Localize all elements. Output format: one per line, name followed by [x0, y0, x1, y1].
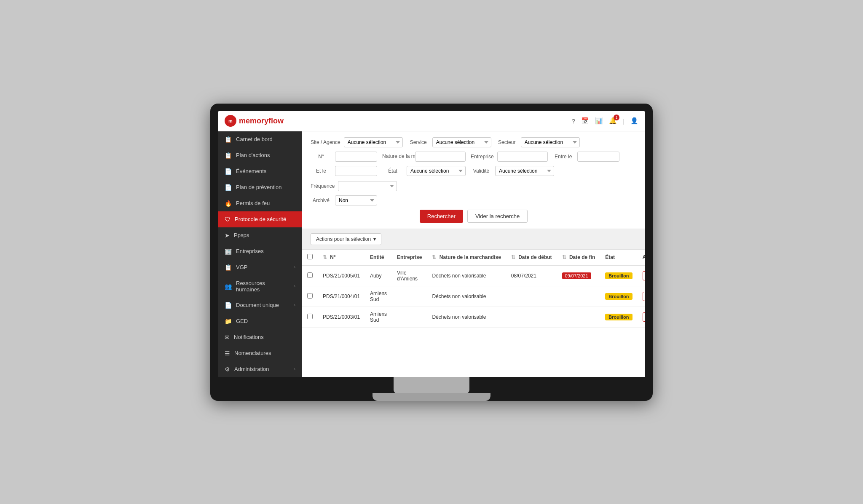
- entre-le-input[interactable]: [577, 152, 619, 162]
- sidebar-item-plan-actions[interactable]: 📋 Plan d'actions: [218, 147, 302, 163]
- et-le-input[interactable]: [335, 166, 377, 176]
- cell-entite: Auby: [365, 265, 392, 286]
- chevron-right-icon: ›: [294, 367, 295, 371]
- search-button[interactable]: Rechercher: [420, 210, 463, 223]
- calendar-icon[interactable]: 📅: [581, 117, 589, 125]
- etat-badge: Brouillon: [605, 314, 632, 320]
- sort-icon-n: ⇅: [323, 254, 327, 260]
- sidebar-item-plan-prevention[interactable]: 📄 Plan de prévention: [218, 179, 302, 195]
- sidebar-item-label: Ppsps: [234, 232, 249, 238]
- nature-input[interactable]: [415, 152, 466, 162]
- row-action-button[interactable]: ••• ▾: [643, 292, 645, 301]
- logo: m memoryflow: [225, 115, 284, 127]
- archive-select[interactable]: Non Oui Tous: [335, 195, 377, 205]
- cell-date-fin: [557, 307, 600, 327]
- date-fin-badge: 09/07/2021: [562, 272, 591, 279]
- sidebar-item-document[interactable]: 📄 Document unique ›: [218, 297, 302, 313]
- chart-icon[interactable]: 📊: [595, 117, 603, 125]
- sidebar-item-notifications[interactable]: ✉ Notifications: [218, 329, 302, 345]
- table-body: PDS/21/0005/01 Auby Ville d'Amiens Déche…: [302, 265, 645, 328]
- data-table-wrap: ⇅ N° Entité Entreprise ⇅: [302, 250, 645, 377]
- evenements-icon: 📄: [225, 168, 232, 175]
- sidebar-item-nomenclatures[interactable]: ☰ Nomenclatures: [218, 345, 302, 361]
- row-checkbox-cell[interactable]: [302, 286, 318, 307]
- secteur-select[interactable]: Aucune sélection: [521, 137, 580, 147]
- service-select[interactable]: Aucune sélection: [432, 137, 491, 147]
- cell-entite: Amiens Sud: [365, 307, 392, 327]
- search-row: Rechercher Vider la recherche: [311, 210, 637, 223]
- vgp-icon: 📋: [225, 264, 232, 271]
- cell-entite: Amiens Sud: [365, 286, 392, 307]
- col-date-fin[interactable]: ⇅ Date de fin: [557, 250, 600, 265]
- select-all-checkbox[interactable]: [307, 254, 313, 259]
- rh-icon: 👥: [225, 283, 232, 290]
- site-agence-select[interactable]: Aucune sélection: [344, 137, 403, 147]
- col-entite: Entité: [365, 250, 392, 265]
- row-checkbox-cell[interactable]: [302, 265, 318, 286]
- dropdown-icon: ▾: [373, 236, 376, 242]
- sidebar-item-vgp[interactable]: 📋 VGP ›: [218, 259, 302, 275]
- row-action-button[interactable]: ••• ▾: [643, 271, 645, 280]
- col-nature[interactable]: ⇅ Nature de la marchandise: [427, 250, 506, 265]
- archive-label: Archivé: [311, 197, 332, 203]
- sidebar-item-administration[interactable]: ⚙ Administration ›: [218, 361, 302, 377]
- row-checkbox[interactable]: [307, 272, 313, 278]
- cell-entreprise: [392, 286, 427, 307]
- sort-icon-debut: ⇅: [511, 254, 515, 260]
- sidebar-item-protocole[interactable]: 🛡 Protocole de sécurité: [218, 211, 302, 227]
- sidebar-item-rh[interactable]: 👥 Ressources humaines ›: [218, 275, 302, 297]
- sidebar-item-carnet[interactable]: 📋 Carnet de bord: [218, 131, 302, 147]
- sidebar-item-ged[interactable]: 📁 GED: [218, 313, 302, 329]
- row-checkbox-cell[interactable]: [302, 307, 318, 327]
- cell-entreprise: [392, 307, 427, 327]
- select-all-col[interactable]: [302, 250, 318, 265]
- sidebar-item-permis-feu[interactable]: 🔥 Permis de feu: [218, 195, 302, 211]
- cell-date-fin: [557, 286, 600, 307]
- data-table: ⇅ N° Entité Entreprise ⇅: [302, 250, 645, 328]
- sidebar-item-label: Document unique: [236, 302, 279, 308]
- frequence-group: Fréquence: [311, 181, 397, 191]
- sidebar-item-ppsps[interactable]: ➤ Ppsps: [218, 227, 302, 243]
- etat-select[interactable]: Aucune sélection: [407, 166, 466, 176]
- et-le-group: Et le: [311, 166, 377, 176]
- sidebar-item-label: Entreprises: [236, 248, 264, 254]
- clear-button[interactable]: Vider la recherche: [467, 210, 528, 223]
- col-etat: État: [600, 250, 637, 265]
- entreprise-input[interactable]: [497, 152, 548, 162]
- col-n[interactable]: ⇅ N°: [318, 250, 365, 265]
- actions-selection-button[interactable]: Actions pour la sélection ▾: [311, 233, 381, 245]
- cell-action[interactable]: ••• ▾: [638, 307, 645, 327]
- validite-label: Validité: [471, 168, 492, 174]
- row-action-button[interactable]: ••• ▾: [643, 312, 645, 322]
- cell-action[interactable]: ••• ▾: [638, 286, 645, 307]
- sidebar-item-evenements[interactable]: 📄 Événements: [218, 163, 302, 179]
- sidebar-item-label: Carnet de bord: [236, 136, 273, 142]
- cell-action[interactable]: ••• ▾: [638, 265, 645, 286]
- cell-n: PDS/21/0004/01: [318, 286, 365, 307]
- filter-row-2: N° Nature de la marchandise Entreprise: [311, 152, 637, 162]
- topbar-icons: ? 📅 📊 🔔 1 | 👤: [572, 117, 638, 125]
- filter-panel: Site / Agence Aucune sélection Service A…: [302, 131, 645, 229]
- col-date-debut[interactable]: ⇅ Date de début: [506, 250, 557, 265]
- cell-nature: Déchets non valorisable: [427, 265, 506, 286]
- cell-date-debut: [506, 286, 557, 307]
- frequence-select[interactable]: [338, 181, 397, 191]
- permis-feu-icon: 🔥: [225, 200, 232, 207]
- validite-select[interactable]: Aucune sélection: [495, 166, 554, 176]
- filter-row-4: Archivé Non Oui Tous: [311, 195, 637, 205]
- protocole-icon: 🛡: [225, 216, 230, 223]
- entreprise-label: Entreprise: [471, 154, 494, 160]
- table-row: PDS/21/0004/01 Amiens Sud Déchets non va…: [302, 286, 645, 307]
- row-checkbox[interactable]: [307, 293, 313, 299]
- notification-icon[interactable]: 🔔 1: [609, 117, 617, 125]
- sidebar-item-entreprises[interactable]: 🏢 Entreprises: [218, 243, 302, 259]
- row-checkbox[interactable]: [307, 314, 313, 319]
- sidebar-item-label: Nomenclatures: [234, 350, 271, 356]
- administration-icon: ⚙: [225, 366, 230, 373]
- ged-icon: 📁: [225, 318, 232, 325]
- help-icon[interactable]: ?: [572, 117, 575, 125]
- n-input[interactable]: [335, 152, 377, 162]
- user-icon[interactable]: 👤: [630, 117, 638, 125]
- document-icon: 📄: [225, 302, 232, 309]
- monitor-stand: [394, 377, 469, 393]
